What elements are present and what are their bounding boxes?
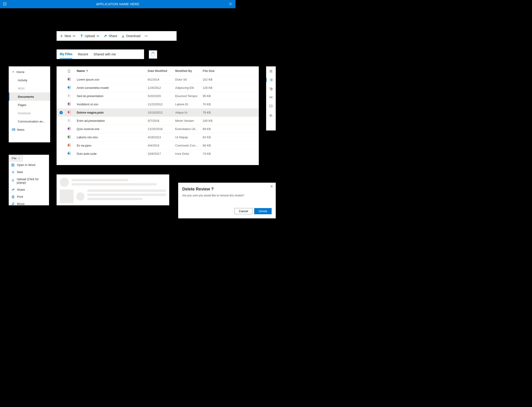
download-button[interactable]: Download (119, 31, 142, 41)
file-menu-label: File (12, 157, 16, 160)
close-icon[interactable] (270, 185, 273, 188)
share-icon (11, 188, 15, 191)
menu-item-upload-click-for-popup-[interactable]: Upload (Click for popup) (9, 176, 49, 186)
col-modified[interactable]: Date Modified (146, 66, 173, 76)
sidebar-item-communication-an-[interactable]: Communication an... (9, 117, 50, 125)
nav-news-label: News (17, 128, 24, 131)
file-name: Amet consectetur.model (75, 84, 146, 92)
command-bar: New Upload Share Download (56, 31, 177, 41)
file-name: Ex ea.ppsx (75, 141, 146, 150)
table-row[interactable]: Amet consectetur.model12/4/2012Adipiscin… (56, 84, 259, 92)
file-size: 70 KB (201, 100, 259, 109)
file-name: Sed do.presentation (75, 92, 146, 100)
table-row[interactable]: Sed do.presentation5/20/2020Eiusmod Temp… (56, 92, 259, 100)
file-icon (68, 70, 71, 73)
svg-rect-37 (12, 196, 14, 197)
delete-button[interactable]: Delete (254, 208, 272, 214)
sidebar-item-msn[interactable]: MSN (9, 84, 50, 93)
sidebar-item-activity[interactable]: Activity (9, 76, 50, 84)
share-label: Share (109, 34, 117, 38)
model-icon (68, 86, 71, 89)
file-name: Incididunt ut.xsn (75, 100, 146, 109)
menu-item-label: Print (17, 195, 23, 198)
spinner-icon (151, 52, 155, 56)
presentation-icon (68, 119, 71, 122)
plus-icon (11, 171, 15, 174)
svg-point-12 (147, 36, 148, 36)
download-label: Download (126, 34, 140, 38)
cancel-button[interactable]: Cancel (235, 208, 252, 214)
file-by: Exercitation Ull... (173, 125, 201, 133)
sidebar-item-pages[interactable]: Pages (9, 101, 50, 109)
svg-point-6 (3, 5, 4, 5)
new-button[interactable]: New (58, 31, 78, 41)
file-menu-header[interactable]: File (9, 155, 23, 161)
file-by: Ut Aliquip (173, 133, 201, 141)
shimmer-thumb (60, 189, 73, 203)
chevron-down-icon (72, 34, 76, 38)
menu-item-music[interactable]: Music (9, 200, 49, 207)
col-name[interactable]: Name (75, 66, 146, 76)
menu-item-open-in-word[interactable]: Open in Word (9, 161, 49, 168)
file-modified: 10/10/2013 (146, 109, 173, 117)
nav-home-label: Home (16, 70, 24, 74)
tab-recent[interactable]: Recent (78, 50, 88, 58)
menu-item-new[interactable]: New (9, 168, 49, 176)
file-modified: 10/6/2017 (146, 150, 173, 158)
sidebar-item-documents[interactable]: Documents (9, 93, 50, 101)
rail-list-icon[interactable] (266, 78, 276, 82)
file-size: 126 KB (201, 84, 259, 92)
file-by: Labore Et (173, 100, 201, 109)
print-icon (11, 195, 15, 198)
sidebar-nav: Home ActivityMSNDocumentsPagesNotebookCo… (9, 66, 50, 142)
svg-point-3 (3, 3, 4, 4)
file-size: 86 KB (201, 141, 259, 150)
rail-chart-icon[interactable] (269, 113, 273, 117)
news-icon (12, 128, 15, 131)
svg-rect-15 (68, 78, 69, 80)
col-by[interactable]: Modified By (173, 66, 201, 76)
menu-item-label: Open in Word (17, 163, 35, 167)
sidebar-item-notebook[interactable]: Notebook (9, 109, 50, 117)
table-row[interactable]: Incididunt ut.xsn11/23/2012Labore Et70 K… (56, 100, 259, 109)
upload-button[interactable]: Upload (78, 31, 102, 41)
file-by: Eiusmod Tempor (173, 92, 201, 100)
table-row[interactable]: Lorem ipsum.xsn8/1/2014Dolor Sit102 KB (56, 76, 259, 84)
file-name: Lorem ipsum.xsn (75, 76, 146, 84)
menu-item-share[interactable]: Share (9, 186, 49, 193)
nav-home[interactable]: Home (9, 68, 50, 76)
rail-hamburger-icon[interactable] (269, 69, 273, 73)
svg-point-1 (5, 2, 5, 3)
settings-icon[interactable] (229, 2, 233, 7)
chevron-down-icon (18, 157, 20, 160)
upload-label: Upload (85, 34, 95, 38)
svg-rect-21 (68, 103, 69, 105)
svg-rect-36 (12, 164, 14, 166)
table-row[interactable]: Laboris nisi.xlsx4/16/2013Ut Aliquip82 K… (56, 133, 259, 141)
col-size[interactable]: File Size (201, 66, 259, 76)
file-name: Laboris nisi.xlsx (75, 133, 146, 141)
menu-item-label: Upload (Click for popup) (17, 177, 46, 184)
waffle-icon[interactable] (3, 2, 7, 7)
menu-item-print[interactable]: Print (9, 193, 49, 200)
check-icon (60, 111, 63, 114)
table-row[interactable]: Ex ea.ppsx4/4/2014Commodo Con...86 KB (56, 141, 259, 150)
tab-shared[interactable]: Shared with me (94, 50, 116, 58)
share-button[interactable]: Share (102, 31, 119, 41)
menu-item-label: Share (17, 188, 25, 191)
rail-broadcast-icon[interactable] (269, 95, 273, 99)
table-row[interactable]: Enim ad.presentation5/7/2016Minim Veniam… (56, 117, 259, 125)
table-row[interactable]: Duis aute.code10/6/2017Irure Dolor74 KB (56, 150, 259, 158)
table-row[interactable]: Quis nostrud.one12/25/2016Exercitation U… (56, 125, 259, 133)
nav-news[interactable]: News (9, 125, 50, 134)
overflow-button[interactable] (143, 31, 150, 41)
rail-stethoscope-icon[interactable] (269, 86, 273, 91)
svg-point-35 (270, 97, 271, 98)
powerpoint-show-icon (68, 143, 71, 147)
table-row[interactable]: Dolore magna.potx10/10/2013Aliqua Ut76 K… (56, 109, 259, 117)
rail-braces-icon[interactable] (269, 104, 273, 108)
tab-my-files[interactable]: My Files (60, 50, 72, 59)
file-size: 68 KB (201, 125, 259, 133)
excel-icon (68, 135, 71, 139)
shimmer-placeholder (56, 174, 169, 205)
